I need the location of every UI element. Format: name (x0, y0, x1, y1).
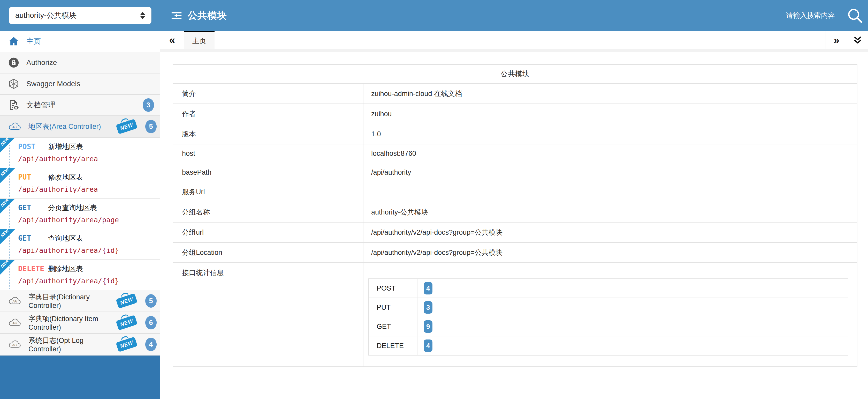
endpoint-delete-area[interactable]: NEW DELETE 删除地区表 /api/authority/area/{id… (0, 260, 160, 290)
cloud-api-icon: API (8, 296, 22, 306)
new-corner-ribbon: NEW (0, 229, 15, 244)
select-spinner-icon (141, 12, 145, 19)
sidebar: 主页 Authorize Swagger Models (0, 31, 160, 399)
row-label: 作者 (173, 104, 363, 124)
controller-count-badge: 4 (145, 338, 157, 351)
sidebar-controller-area[interactable]: API 地区表(Area Controller) NEW 5 (0, 116, 160, 138)
collapse-all-button[interactable] (847, 31, 868, 49)
lock-icon (8, 57, 20, 68)
row-value (363, 182, 857, 202)
row-value: /api/authority/v2/api-docs?group=公共模块 (363, 222, 857, 243)
stat-method: PUT (369, 298, 417, 317)
svg-text:API: API (12, 300, 17, 303)
row-value: /api/authority (363, 163, 857, 182)
cloud-api-icon: API (8, 122, 22, 132)
method-label: PUT (18, 172, 48, 182)
group-select-value: authority-公共模块 (15, 10, 141, 21)
new-corner-ribbon: NEW (0, 199, 15, 214)
doc-settings-icon (8, 99, 20, 111)
endpoint-path: /api/authority/area/page (18, 215, 158, 225)
new-badge: NEW (116, 337, 137, 352)
row-value: 1.0 (363, 124, 857, 144)
sidebar-item-home[interactable]: 主页 (0, 31, 160, 52)
method-label: POST (18, 142, 48, 152)
endpoint-path: /api/authority/area/{id} (18, 246, 158, 255)
tab-bar: « 主页 » (160, 31, 868, 52)
controller-label: 系统日志(Opt Log Controller) (28, 336, 110, 353)
row-label: host (173, 144, 363, 163)
sidebar-controller-opt-log[interactable]: API 系统日志(Opt Log Controller) NEW 4 (0, 334, 160, 355)
method-label: DELETE (18, 264, 48, 274)
row-value: localhost:8760 (363, 144, 857, 163)
stat-count-badge: 9 (424, 320, 432, 333)
endpoint-name: 修改地区表 (48, 172, 83, 182)
sidebar-item-authorize[interactable]: Authorize (0, 52, 160, 74)
tabs-scroll-right-button[interactable]: » (826, 31, 847, 49)
endpoint-get-area-id[interactable]: NEW GET 查询地区表 /api/authority/area/{id} (0, 229, 160, 260)
endpoint-name: 分页查询地区表 (48, 203, 97, 213)
sidebar-controller-dictionary[interactable]: API 字典目录(Dictionary Controller) NEW 5 (0, 290, 160, 312)
doc-count-badge: 3 (143, 98, 154, 112)
sidebar-item-doc-manage[interactable]: 文档管理 3 (0, 95, 160, 116)
search-placeholder-text: 请输入搜索内容 (786, 11, 835, 20)
row-label: 版本 (173, 124, 363, 144)
search-icon[interactable] (846, 7, 863, 24)
row-value: zuihou (363, 104, 857, 124)
endpoint-post-area[interactable]: NEW POST 新增地区表 /api/authority/area (0, 138, 160, 168)
controller-count-badge: 5 (145, 120, 157, 133)
sidebar-item-swagger-models[interactable]: Swagger Models (0, 74, 160, 95)
row-label: 接口统计信息 (173, 263, 363, 367)
row-value: /api/authority/v2/api-docs?group=公共模块 (363, 243, 857, 263)
endpoint-path: /api/authority/area (18, 154, 158, 164)
row-label: 分组Location (173, 243, 363, 263)
main-panel: « 主页 » 公共模块 简介 zuihou-admin-cloud 在线文档 作… (160, 31, 868, 399)
stats-cell: POST 4 PUT 3 GET 9 (363, 263, 857, 367)
group-select[interactable]: authority-公共模块 (9, 7, 152, 24)
cloud-api-icon: API (8, 318, 22, 327)
row-label: 分组名称 (173, 202, 363, 222)
stat-count-badge: 3 (424, 301, 432, 314)
method-label: GET (18, 203, 48, 213)
group-info-table: 公共模块 简介 zuihou-admin-cloud 在线文档 作者 zuiho… (173, 64, 858, 367)
row-label: basePath (173, 163, 363, 182)
models-icon (8, 78, 20, 90)
stat-method: GET (369, 317, 417, 336)
sidebar-controller-dictionary-item[interactable]: API 字典项(Dictionary Item Controller) NEW … (0, 312, 160, 334)
endpoint-get-area-page[interactable]: NEW GET 分页查询地区表 /api/authority/area/page (0, 199, 160, 229)
table-title: 公共模块 (173, 64, 857, 84)
svg-text:API: API (12, 343, 17, 346)
controller-label: 字典项(Dictionary Item Controller) (28, 314, 110, 332)
row-label: 分组url (173, 222, 363, 243)
stat-count-badge: 4 (424, 282, 432, 294)
cloud-api-icon: API (8, 340, 22, 349)
endpoint-name: 新增地区表 (48, 142, 83, 152)
stat-method: DELETE (369, 336, 417, 355)
controller-label: 字典目录(Dictionary Controller) (28, 292, 110, 310)
row-label: 服务Url (173, 182, 363, 202)
sidebar-item-label: Swagger Models (26, 80, 154, 88)
outdent-icon (170, 9, 183, 22)
row-value: authority-公共模块 (363, 202, 857, 222)
new-badge: NEW (116, 315, 137, 331)
controller-count-badge: 6 (145, 316, 157, 330)
page-title-text: 公共模块 (188, 9, 227, 22)
home-icon (8, 35, 20, 47)
method-label: GET (18, 233, 48, 243)
sidebar-item-label: Authorize (26, 58, 154, 67)
endpoint-list: NEW POST 新增地区表 /api/authority/area NEW P… (0, 138, 160, 290)
row-label: 简介 (173, 84, 363, 104)
content-area: 公共模块 简介 zuihou-admin-cloud 在线文档 作者 zuiho… (160, 52, 868, 367)
tab-home[interactable]: 主页 (184, 31, 215, 49)
endpoint-put-area[interactable]: NEW PUT 修改地区表 /api/authority/area (0, 168, 160, 199)
app-header: authority-公共模块 公共模块 请输入搜索内容 (0, 0, 868, 31)
sidebar-item-label: 主页 (26, 36, 154, 46)
controller-count-badge: 5 (145, 294, 157, 308)
svg-text:API: API (12, 125, 17, 129)
tabs-scroll-left-button[interactable]: « (160, 31, 184, 49)
header-search[interactable]: 请输入搜索内容 (786, 7, 868, 24)
new-badge: NEW (116, 119, 137, 134)
endpoint-name: 删除地区表 (48, 264, 83, 274)
controller-label: 地区表(Area Controller) (28, 122, 110, 131)
stat-method: POST (369, 279, 417, 298)
method-stats-table: POST 4 PUT 3 GET 9 (368, 278, 848, 355)
